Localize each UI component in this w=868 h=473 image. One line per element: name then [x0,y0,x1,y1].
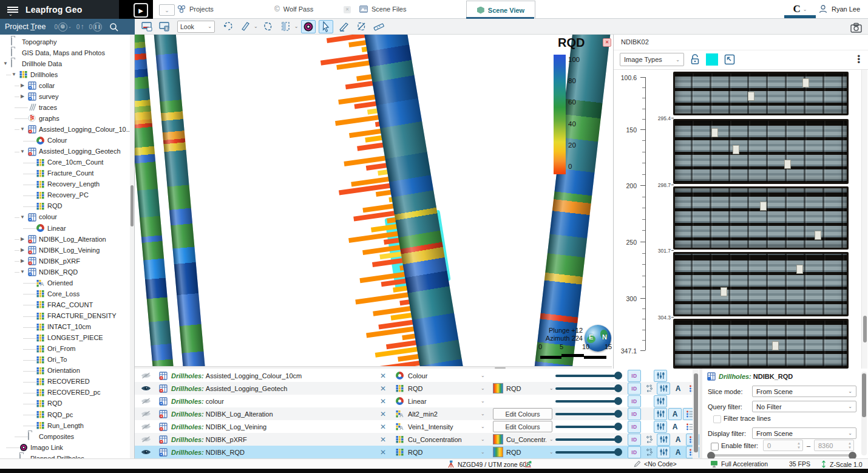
visibility-toggle[interactable] [141,446,151,458]
opacity-slider-track[interactable] [555,426,619,428]
axes-icon[interactable] [524,460,533,468]
legend-button[interactable]: A [671,434,685,446]
core-panel-scrollbar[interactable] [861,70,867,369]
acceleration-status[interactable]: Full Acceleration [710,460,768,468]
tree-item-recovered[interactable]: RECOVERED [0,376,134,387]
expander-closed-icon[interactable]: ▶ [19,247,25,253]
histogram-button[interactable] [657,383,670,395]
zscale-status[interactable]: Z-Scale 1.0 [821,460,863,468]
chevron-down-icon[interactable]: ⌄ [481,433,485,446]
shape-row-ndibk_log_alteration[interactable]: Drillholes: NDIBK_Log_Alteration✕AAlt2_m… [135,407,692,420]
colour-ramp-select[interactable]: Cu_Concentr...⌄ [493,433,554,446]
opacity-slider-handle[interactable] [614,384,622,392]
tree-item-ori-to[interactable]: Ori_To [0,355,134,366]
opacity-slider-track[interactable] [555,413,619,415]
tree-item-ori-from[interactable]: Ori_From [0,344,134,355]
id-tag-button[interactable]: ID [628,421,641,433]
id-tag-button[interactable]: ID [628,370,641,382]
orbit-tool-icon[interactable] [220,20,235,33]
tree-item-drillhole-data[interactable]: ▼Drillhole Data [0,58,134,69]
look-dropdown[interactable]: Look⌄ [177,21,215,33]
hamburger-menu-icon[interactable]: ⌄ [7,5,19,14]
eye-off-icon[interactable] [141,398,151,404]
tree-item-colour[interactable]: Colour [0,135,134,146]
remove-shape-icon[interactable]: ✕ [380,433,386,446]
expander-closed-icon[interactable]: ▶ [19,94,25,99]
search-icon[interactable] [109,22,118,32]
chevron-down-icon[interactable]: ⌄ [481,369,485,382]
colour-ramp-select[interactable]: RQD⌄ [493,382,554,395]
expander-closed-icon[interactable]: ▶ [19,258,25,264]
histogram-button[interactable] [654,408,667,420]
pop-in-icon[interactable] [724,54,735,65]
histogram-button[interactable] [654,421,667,433]
chevron-down-icon[interactable]: ⌄ [481,395,485,407]
tree-item-topography[interactable]: Topography [0,36,134,47]
tree-item-rqd[interactable]: RQD [0,201,134,212]
tree-item-graphs[interactable]: graphs [0,113,134,124]
clear-scene-icon[interactable] [157,20,172,33]
user-menu[interactable]: Ryan Lee [818,0,860,18]
tab-scene-files[interactable]: Scene Files [359,0,406,18]
lock-open-icon[interactable] [690,54,700,65]
tree-item-assisted-logging-colour-10-[interactable]: ▼Assisted_Logging_Colour_10... [0,124,134,135]
chevron-down-icon[interactable]: ⌄ [481,407,485,420]
eye-off-icon[interactable] [141,423,151,430]
tree-item-ndibk-log-veining[interactable]: ▶NDIBK_Log_Veining [0,245,134,256]
tree-item-colour[interactable]: ▼colour [0,212,134,223]
expander-open-icon[interactable]: ▼ [19,126,25,132]
edit-colours-button[interactable]: Edit Colours [493,407,552,420]
visibility-toggle[interactable] [141,407,151,420]
tree-item-recovery-length[interactable]: Recovery_Length [0,179,134,190]
tree-item-imago-link[interactable]: Imago Link [0,442,134,453]
expander-open-icon[interactable]: ▼ [19,269,25,274]
eye-icon[interactable] [141,449,151,455]
shape-row-assisted_logging_geotech[interactable]: Drillholes: Assisted_Logging_Geotech✕RQD… [135,382,692,395]
tree-item-planned-drillholes[interactable]: Planned Drillholes [0,453,134,458]
remove-shape-icon[interactable]: ✕ [380,395,386,407]
expander-open-icon[interactable]: ▼ [11,72,17,77]
expander-open-icon[interactable]: ▼ [19,149,25,154]
core-tray-photo[interactable] [673,252,849,316]
tree-item-frac-count[interactable]: FRAC_COUNT [0,299,134,310]
histogram-button[interactable] [654,395,667,407]
filter-max-input[interactable]: 8360▲▼ [814,440,854,451]
core-tray-photo[interactable] [673,319,849,369]
code-status[interactable]: <No Code> [634,460,677,468]
histogram-button[interactable] [657,446,670,458]
tree-item-rqd[interactable]: RQD [0,398,134,409]
remove-shape-icon[interactable]: ✕ [380,382,386,395]
tab-scene-view[interactable]: Scene View [466,1,535,19]
tree-item-drillholes[interactable]: ▼Drillholes [0,69,134,80]
paused-tasks-button[interactable]: 0❚❚ [89,22,102,32]
tree-item-core-10cm-count[interactable]: Core_10cm_Count [0,157,134,168]
expander-closed-icon[interactable]: ▶ [19,83,25,88]
save-scene-icon[interactable] [140,20,154,33]
chevron-down-icon[interactable]: ⌄ [481,420,485,433]
play-icon[interactable]: ▶ [134,3,148,18]
tree-item-rqd-pc[interactable]: RQD_pc [0,409,134,420]
chevron-down-icon[interactable]: ⌄ [294,24,299,29]
chevron-down-icon[interactable]: ⌄ [481,446,485,458]
eye-off-icon[interactable] [141,372,151,379]
camera-icon[interactable] [849,21,863,34]
tree-item-core-loss[interactable]: Core_Loss [0,288,134,299]
visibility-toggle[interactable] [141,369,151,382]
expander-open-icon[interactable]: ▼ [2,61,8,66]
imago-tool-icon[interactable] [301,20,316,33]
tree-item-survey[interactable]: ▶survey [0,91,134,102]
tab-projects[interactable]: Projects [177,0,214,18]
slicer-tool-icon[interactable] [279,20,293,33]
visibility-toggle[interactable] [141,382,151,395]
opacity-slider-track[interactable] [555,438,619,441]
shape-row-ndibk_rqd[interactable]: Drillholes: NDIBK_RQD✕RQD⌄RQD⌄IDA [135,446,692,458]
tree-item-oriented[interactable]: AOriented [0,277,134,288]
legend-button[interactable]: A [671,446,685,458]
draw-polyline-tool-icon[interactable] [261,20,276,33]
id-tag-button[interactable]: ID [628,408,641,420]
opacity-slider-track[interactable] [555,375,619,377]
draw-line-tool-icon[interactable] [336,20,351,33]
highlight-colour-swatch[interactable] [706,53,718,66]
tree-item-collar[interactable]: ▶collar [0,80,134,91]
id-tag-button[interactable]: ID [628,395,641,407]
